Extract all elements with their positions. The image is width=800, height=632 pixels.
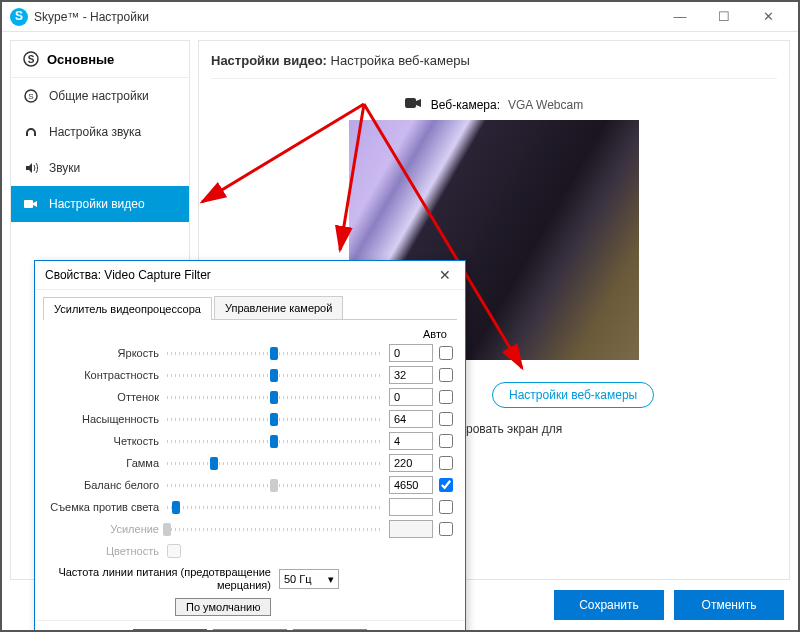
minimize-button[interactable]: — (658, 2, 702, 32)
main-title: Настройки видео: Настройка веб-камеры (211, 53, 777, 79)
frequency-label: Частота линии питания (предотвращение ме… (47, 566, 279, 592)
slider-track[interactable] (167, 462, 381, 465)
partial-text: ровать экран для (466, 422, 562, 436)
slider-track[interactable] (167, 352, 381, 355)
footer: Сохранить Отменить (554, 590, 784, 620)
skype-logo-icon (10, 8, 28, 26)
frequency-select[interactable]: 50 Гц ▾ (279, 569, 339, 589)
camera-icon (405, 97, 423, 112)
titlebar: Skype™ - Настройки — ☐ ✕ (2, 2, 798, 32)
dialog-titlebar: Свойства: Video Capture Filter ✕ (35, 261, 465, 290)
svg-text:S: S (28, 54, 35, 65)
slider-row: Насыщенность (47, 408, 453, 430)
slider-value-input[interactable] (389, 476, 433, 494)
colorfulness-checkbox (167, 544, 181, 558)
sidebar-item-label: Общие настройки (49, 89, 149, 103)
dialog-body: Авто Яркость Контрастность Оттенок Насыщ… (35, 320, 465, 620)
slider-label: Четкость (47, 435, 167, 447)
webcam-label: Веб-камера: (431, 98, 500, 112)
dialog-tabs: Усилитель видеопроцессора Управление кам… (43, 296, 457, 320)
slider-row: Баланс белого (47, 474, 453, 496)
auto-checkbox[interactable] (439, 368, 453, 382)
auto-checkbox[interactable] (439, 478, 453, 492)
slider-value-input[interactable] (389, 454, 433, 472)
sidebar-item-sounds[interactable]: Звуки (11, 150, 189, 186)
chevron-down-icon: ▾ (328, 573, 334, 586)
save-button[interactable]: Сохранить (554, 590, 664, 620)
window-title: Skype™ - Настройки (34, 10, 658, 24)
auto-checkbox[interactable] (439, 346, 453, 360)
slider-label: Гамма (47, 457, 167, 469)
auto-checkbox[interactable] (439, 522, 453, 536)
properties-dialog: Свойства: Video Capture Filter ✕ Усилите… (34, 260, 466, 632)
slider-row: Усиление (47, 518, 453, 540)
default-button[interactable]: По умолчанию (175, 598, 271, 616)
slider-value-input[interactable] (389, 410, 433, 428)
webcam-row: Веб-камера: VGA Webcam (211, 97, 777, 112)
auto-checkbox[interactable] (439, 390, 453, 404)
sidebar-item-label: Настройка звука (49, 125, 141, 139)
slider-value-input[interactable] (389, 432, 433, 450)
tab-camera-control[interactable]: Управление камерой (214, 296, 343, 319)
slider-label: Цветность (47, 545, 167, 557)
slider-row: Цветность (47, 540, 453, 562)
svg-rect-4 (24, 200, 33, 208)
dialog-close-button[interactable]: ✕ (435, 267, 455, 283)
sidebar-header: S Основные (11, 41, 189, 78)
video-icon (23, 196, 39, 212)
slider-label: Насыщенность (47, 413, 167, 425)
sidebar-item-audio[interactable]: Настройка звука (11, 114, 189, 150)
auto-checkbox[interactable] (439, 434, 453, 448)
webcam-name: VGA Webcam (508, 98, 583, 112)
frequency-value: 50 Гц (284, 573, 312, 585)
sidebar-header-label: Основные (47, 52, 114, 67)
skype-icon: S (23, 88, 39, 104)
sound-icon (23, 160, 39, 176)
slider-value-input[interactable] (389, 344, 433, 362)
main-title-prefix: Настройки видео: (211, 53, 327, 68)
slider-label: Баланс белого (47, 479, 167, 491)
auto-column-header: Авто (47, 328, 453, 340)
slider-track[interactable] (167, 506, 381, 509)
slider-track (167, 484, 381, 487)
slider-value-input[interactable] (389, 498, 433, 516)
sidebar-item-video[interactable]: Настройки видео (11, 186, 189, 222)
slider-track[interactable] (167, 440, 381, 443)
slider-label: Оттенок (47, 391, 167, 403)
slider-label: Яркость (47, 347, 167, 359)
slider-label: Съемка против света (47, 501, 167, 513)
sidebar-item-general[interactable]: S Общие настройки (11, 78, 189, 114)
auto-checkbox[interactable] (439, 412, 453, 426)
slider-track[interactable] (167, 374, 381, 377)
slider-label: Контрастность (47, 369, 167, 381)
tab-video-amp[interactable]: Усилитель видеопроцессора (43, 297, 212, 320)
slider-track[interactable] (167, 418, 381, 421)
webcam-settings-button[interactable]: Настройки веб-камеры (492, 382, 654, 408)
maximize-button[interactable]: ☐ (702, 2, 746, 32)
svg-rect-5 (405, 98, 416, 108)
slider-value-input[interactable] (389, 388, 433, 406)
sidebar-item-label: Звуки (49, 161, 80, 175)
slider-track[interactable] (167, 396, 381, 399)
slider-track (167, 528, 381, 531)
auto-checkbox[interactable] (439, 500, 453, 514)
slider-label: Усиление (47, 523, 167, 535)
svg-text:S: S (28, 92, 33, 101)
frequency-row: Частота линии питания (предотвращение ме… (47, 566, 453, 592)
dialog-title-text: Свойства: Video Capture Filter (45, 268, 211, 282)
dialog-footer: ОК Отмена Применить (35, 620, 465, 632)
slider-row: Яркость (47, 342, 453, 364)
skype-icon: S (23, 51, 39, 67)
slider-value-input (389, 520, 433, 538)
slider-row: Контрастность (47, 364, 453, 386)
slider-row: Четкость (47, 430, 453, 452)
slider-row: Оттенок (47, 386, 453, 408)
sidebar-item-label: Настройки видео (49, 197, 145, 211)
close-button[interactable]: ✕ (746, 2, 790, 32)
cancel-button[interactable]: Отменить (674, 590, 784, 620)
slider-value-input[interactable] (389, 366, 433, 384)
slider-row: Съемка против света (47, 496, 453, 518)
headset-icon (23, 124, 39, 140)
main-title-text: Настройка веб-камеры (331, 53, 470, 68)
auto-checkbox[interactable] (439, 456, 453, 470)
